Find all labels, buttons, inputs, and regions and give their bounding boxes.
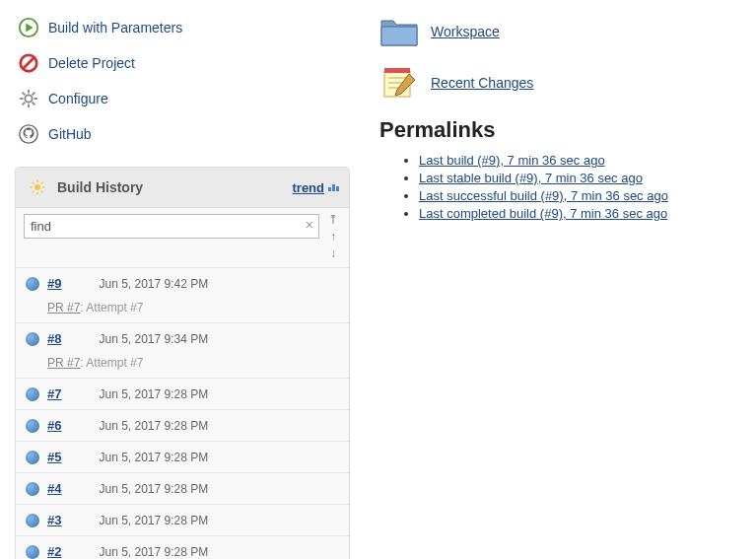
build-number-link[interactable]: #2 [47,544,61,559]
sun-icon [26,175,49,199]
menu-item-delete[interactable]: Delete Project [15,45,350,81]
build-history-panel: Build History trend × ⤒ ↑ ↓ [15,167,350,559]
permalink-item: Last build (#9), 7 min 36 sec ago [419,153,741,168]
trend-bars-icon [328,183,339,191]
pr-link[interactable]: PR #7 [47,356,80,370]
build-search-input[interactable] [24,214,319,239]
permalink-link[interactable]: Last completed build (#9), 7 min 36 sec … [419,206,667,221]
workspace-link[interactable]: Workspace [431,24,500,39]
arrow-down-icon[interactable]: ↓ [325,247,341,261]
build-status-orb-icon [26,451,39,464]
build-list: #9Jun 5, 2017 9:42 PMPR #7: Attempt #7#8… [16,267,349,559]
build-subtext: PR #7: Attempt #7 [16,299,349,322]
build-number-link[interactable]: #5 [47,450,61,464]
permalink-item: Last completed build (#9), 7 min 36 sec … [419,206,741,221]
gear-icon [17,87,40,110]
history-nav-arrows: ⤒ ↑ ↓ [325,214,341,261]
build-history-title: Build History [57,179,143,195]
build-status-orb-icon [26,387,39,401]
svg-line-21 [41,182,43,184]
build-row[interactable]: #6Jun 5, 2017 9:28 PM [16,409,349,441]
build-timestamp: Jun 5, 2017 9:28 PM [99,514,208,527]
menu-link-configure[interactable]: Configure [48,91,108,106]
arrow-top-icon[interactable]: ⤒ [325,214,341,228]
build-timestamp: Jun 5, 2017 9:28 PM [99,387,208,401]
forbidden-icon [17,51,40,75]
permalink-item: Last stable build (#9), 7 min 36 sec ago [419,171,741,185]
svg-line-8 [23,93,26,96]
svg-line-2 [24,58,34,69]
build-status-orb-icon [26,545,39,559]
play-clock-icon [17,16,40,39]
workspace-row[interactable]: Workspace [379,15,741,48]
pr-link[interactable]: PR #7 [47,301,80,314]
clear-search-icon[interactable]: × [306,217,313,233]
arrow-up-icon[interactable]: ↑ [325,231,341,245]
build-number-link[interactable]: #6 [47,418,61,433]
menu-item-configure[interactable]: Configure [15,81,350,116]
build-number-link[interactable]: #3 [47,513,61,527]
notepad-pencil-icon [379,66,419,100]
svg-point-3 [25,95,32,102]
build-timestamp: Jun 5, 2017 9:28 PM [99,419,208,433]
svg-line-11 [33,93,35,96]
build-subtext: PR #7: Attempt #7 [16,354,349,378]
svg-line-10 [23,103,26,105]
menu-item-github[interactable]: GitHub [15,116,350,152]
side-menu: Build with Parameters Delete Project Con… [15,10,350,152]
menu-link-build-params[interactable]: Build with Parameters [48,20,182,35]
build-row[interactable]: #9Jun 5, 2017 9:42 PMPR #7: Attempt #7 [16,267,349,322]
menu-link-delete[interactable]: Delete Project [48,55,135,71]
build-status-orb-icon [26,332,39,346]
permalinks-heading: Permalinks [379,117,741,143]
svg-line-19 [41,191,43,193]
build-number-link[interactable]: #4 [47,481,61,496]
svg-line-18 [33,182,34,184]
build-status-orb-icon [26,419,39,433]
permalink-link[interactable]: Last stable build (#9), 7 min 36 sec ago [419,171,643,185]
build-row[interactable]: #3Jun 5, 2017 9:28 PM [16,504,349,535]
recent-changes-row[interactable]: Recent Changes [379,66,741,100]
build-timestamp: Jun 5, 2017 9:42 PM [99,277,208,291]
build-row[interactable]: #5Jun 5, 2017 9:28 PM [16,441,349,472]
permalink-link[interactable]: Last successful build (#9), 7 min 36 sec… [419,188,668,203]
build-timestamp: Jun 5, 2017 9:28 PM [99,545,208,559]
build-number-link[interactable]: #7 [47,386,61,401]
permalink-item: Last successful build (#9), 7 min 36 sec… [419,188,741,203]
build-row[interactable]: #8Jun 5, 2017 9:34 PMPR #7: Attempt #7 [16,322,349,378]
build-status-orb-icon [26,514,39,527]
svg-rect-23 [384,68,410,73]
build-status-orb-icon [26,482,39,496]
svg-line-9 [33,103,35,105]
recent-changes-link[interactable]: Recent Changes [431,75,533,91]
build-status-orb-icon [26,277,39,291]
build-row[interactable]: #2Jun 5, 2017 9:28 PM [16,535,349,559]
build-row[interactable]: #4Jun 5, 2017 9:28 PM [16,472,349,504]
menu-link-github[interactable]: GitHub [48,126,92,142]
github-icon [17,122,40,146]
build-timestamp: Jun 5, 2017 9:28 PM [99,482,208,496]
permalinks-list: Last build (#9), 7 min 36 sec agoLast st… [379,153,741,221]
permalink-link[interactable]: Last build (#9), 7 min 36 sec ago [419,153,605,168]
build-row[interactable]: #7Jun 5, 2017 9:28 PM [16,378,349,409]
svg-line-20 [33,191,34,193]
build-number-link[interactable]: #8 [47,331,61,346]
trend-link[interactable]: trend [293,180,340,195]
build-history-header: Build History trend [16,168,349,208]
menu-item-build-params[interactable]: Build with Parameters [15,10,350,45]
folder-icon [379,15,419,48]
build-number-link[interactable]: #9 [47,276,61,291]
build-timestamp: Jun 5, 2017 9:28 PM [99,451,208,464]
svg-point-13 [34,184,40,190]
build-timestamp: Jun 5, 2017 9:34 PM [99,332,208,346]
